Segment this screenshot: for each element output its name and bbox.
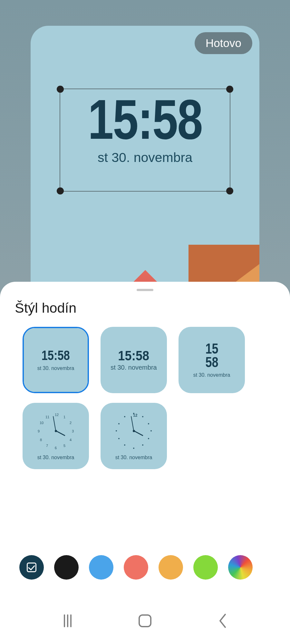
clock-selection-frame[interactable]: 15:58 st 30. novembra [60, 89, 230, 192]
chevron-left-icon [218, 612, 227, 629]
analog-clock-dots-icon: 12 [114, 412, 153, 450]
preview-clock-time: 15:58 [75, 91, 214, 147]
style-card-date: st 30. novembra [111, 364, 157, 371]
clock-style-analog-numbers[interactable]: 12 1 2 3 4 5 6 7 8 9 10 11 st 30. novemb [23, 403, 89, 469]
color-swatch-green[interactable] [193, 555, 218, 580]
style-card-date: st 30. novembra [193, 372, 230, 378]
done-button[interactable]: Hotovo [195, 32, 252, 54]
resize-handle-br[interactable] [226, 187, 233, 194]
color-swatch-blue[interactable] [89, 555, 113, 580]
style-card-date: st 30. novembra [115, 455, 152, 460]
clock-style-grid: 15:58 st 30. novembra 15:58 st 30. novem… [23, 327, 290, 469]
color-swatch-rainbow[interactable] [228, 555, 253, 580]
resize-handle-tl[interactable] [57, 86, 64, 93]
analog-clock-icon: 12 1 2 3 4 5 6 7 8 9 10 11 [36, 412, 75, 450]
panel-title: Štýl hodín [15, 300, 290, 316]
nav-home-button[interactable] [137, 612, 153, 629]
style-card-time: 1558 [205, 342, 218, 369]
style-card-date: st 30. novembra [37, 365, 74, 371]
clock-style-digital-stack[interactable]: 1558 st 30. novembra [179, 327, 245, 393]
color-swatch-orange[interactable] [159, 555, 183, 580]
system-nav-bar [0, 612, 290, 629]
style-card-time: 15:58 [42, 349, 70, 362]
style-card-date: st 30. novembra [37, 455, 74, 460]
clock-style-analog-dots[interactable]: 12 st 30. novembra [101, 403, 167, 469]
preview-clock-date: st 30. novembra [60, 150, 230, 165]
clock-style-digital-left[interactable]: 15:58 st 30. novembra [101, 327, 167, 393]
clock-style-panel: Štýl hodín 15:58 st 30. novembra 15:58 s… [0, 282, 290, 644]
clock-style-digital-center[interactable]: 15:58 st 30. novembra [23, 327, 89, 393]
color-swatch-red[interactable] [124, 555, 148, 580]
color-swatch-black[interactable] [54, 555, 79, 580]
resize-handle-bl[interactable] [57, 187, 64, 194]
clock-color-options [0, 555, 290, 580]
panel-drag-handle[interactable] [137, 289, 153, 291]
color-swatch-auto[interactable] [19, 555, 44, 580]
resize-handle-tr[interactable] [226, 86, 233, 93]
nav-recent-button[interactable] [59, 612, 76, 629]
style-card-time: 15:58 [118, 349, 150, 363]
checkmark-icon [27, 563, 36, 572]
nav-back-button[interactable] [214, 612, 231, 629]
home-icon [139, 614, 151, 627]
